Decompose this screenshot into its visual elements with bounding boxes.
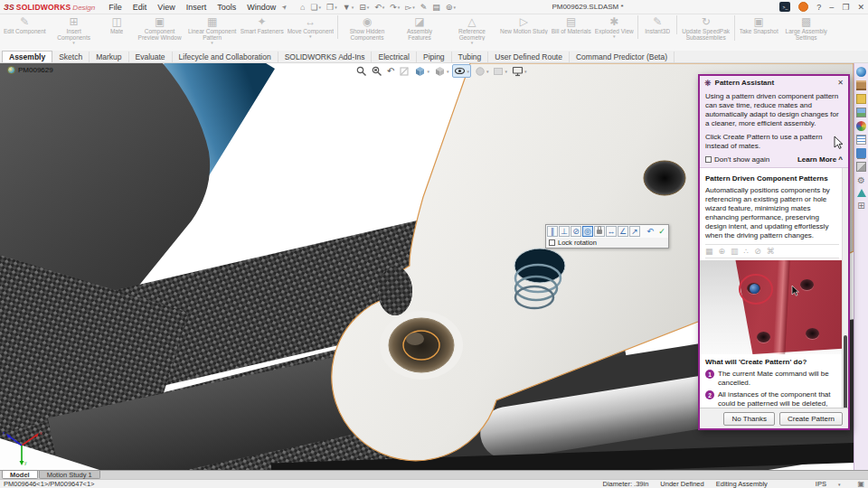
ribbon-button[interactable]: ◉ Show Hidden Components ▾ bbox=[341, 15, 393, 41]
ribbon-tab[interactable]: Markup bbox=[90, 52, 128, 62]
close-icon[interactable]: ✕ bbox=[837, 79, 844, 87]
toolbar-icon[interactable]: ❐ ▾ bbox=[325, 3, 339, 12]
forum-icon[interactable] bbox=[856, 148, 866, 158]
ribbon-button[interactable]: ⊞ Insert Components ▾ bbox=[48, 15, 100, 45]
dont-show-again[interactable]: Don't show again bbox=[705, 155, 769, 164]
solidworks-resources-icon[interactable] bbox=[856, 67, 866, 77]
edit-appearance-icon[interactable]: ▾ bbox=[474, 65, 490, 77]
dont-show-again-checkbox[interactable] bbox=[705, 156, 712, 163]
panel-scrollbar[interactable] bbox=[842, 168, 848, 408]
perpendicular-mate-icon[interactable]: ⊥ bbox=[559, 226, 570, 237]
appearances-scenes-icon[interactable] bbox=[856, 121, 866, 131]
parallel-mate-icon[interactable]: ∥ bbox=[547, 226, 558, 237]
scrollbar-thumb[interactable] bbox=[844, 335, 847, 408]
chevron-down-icon[interactable]: ▾ bbox=[382, 5, 385, 10]
view-palette-icon[interactable] bbox=[856, 108, 866, 117]
accept-mate-icon[interactable]: ✓ bbox=[656, 226, 667, 237]
ribbon-button[interactable]: ↻ Update SpeedPak Subassemblies ▾ bbox=[680, 15, 735, 41]
ribbon-button[interactable]: ▤ Bill of Materials ▾ bbox=[550, 15, 593, 34]
toolbar-icon[interactable]: ▻ ▾ bbox=[403, 3, 416, 12]
chevron-down-icon[interactable]: ▾ bbox=[453, 5, 456, 10]
ribbon-tab[interactable]: Electrical bbox=[372, 52, 416, 62]
chevron-down-icon[interactable]: ▾ bbox=[471, 41, 474, 45]
chevron-down-icon[interactable]: ▾ bbox=[367, 5, 370, 10]
help-icon[interactable]: ? bbox=[816, 3, 821, 12]
learn-more-link[interactable]: Learn More ^ bbox=[797, 155, 843, 164]
chevron-down-icon[interactable]: ▾ bbox=[309, 34, 312, 39]
design-library-icon[interactable] bbox=[856, 80, 866, 90]
ribbon-button[interactable]: ▩ Large Assembly Settings ▾ bbox=[780, 15, 833, 41]
ribbon-button[interactable]: ✎ Instant3D ▾ bbox=[641, 15, 677, 34]
plate-hole[interactable] bbox=[644, 161, 685, 195]
ribbon-button[interactable]: ✎ Edit Component ▾ bbox=[2, 15, 48, 34]
ribbon-tab[interactable]: Assembly bbox=[2, 51, 52, 62]
simulation-flask-icon[interactable] bbox=[857, 189, 866, 197]
washer-part[interactable] bbox=[380, 311, 463, 380]
toolbar-icon[interactable]: ↷ ▾ bbox=[388, 3, 401, 12]
chevron-down-icon[interactable]: ▾ bbox=[398, 5, 401, 10]
bottom-tab[interactable]: Model bbox=[2, 471, 38, 479]
pin-icon[interactable]: ➤ bbox=[280, 3, 289, 12]
minimize-button[interactable]: – bbox=[829, 3, 834, 12]
chevron-down-icon[interactable]: ▾ bbox=[335, 5, 337, 10]
chevron-down-icon[interactable]: ▾ bbox=[838, 482, 841, 487]
feature-tree-root[interactable]: PM009629 bbox=[7, 66, 53, 74]
ribbon-button[interactable]: ▦ Linear Component Pattern ▾ bbox=[186, 15, 239, 45]
chevron-down-icon[interactable]: ▾ bbox=[211, 41, 213, 45]
close-button[interactable]: ✕ bbox=[857, 3, 864, 12]
chevron-down-icon[interactable]: ▾ bbox=[613, 34, 616, 39]
toolbar-icon[interactable]: ⊚ ▾ bbox=[444, 3, 458, 12]
ribbon-tab[interactable]: Sketch bbox=[52, 52, 90, 62]
angle-mate-icon[interactable]: ∠ bbox=[618, 226, 628, 237]
flip-dimension-icon[interactable]: ↗ bbox=[629, 226, 640, 237]
lock-rotation-checkbox[interactable] bbox=[549, 239, 555, 246]
chevron-down-icon[interactable]: ▾ bbox=[412, 5, 415, 10]
toolbar-icon[interactable]: ⌂ ▾ bbox=[298, 3, 307, 12]
distance-mate-icon[interactable]: ↔ bbox=[606, 226, 617, 237]
file-explorer-icon[interactable] bbox=[856, 94, 866, 104]
chevron-down-icon[interactable]: ▾ bbox=[72, 41, 75, 45]
ribbon-button[interactable]: ✱ Exploded View ▾ bbox=[593, 15, 638, 39]
ribbon-button[interactable]: ◪ Assembly Features ▾ bbox=[393, 15, 446, 41]
ribbon-button[interactable]: ✦ Smart Fasteners ▾ bbox=[239, 15, 286, 34]
menu-item[interactable]: Edit bbox=[128, 2, 152, 13]
toolbar-icon[interactable]: ✎ ▾ bbox=[419, 3, 429, 12]
display-style-icon[interactable]: ▾ bbox=[433, 65, 450, 77]
concentric-mate-icon[interactable]: ◎ bbox=[582, 226, 593, 237]
toolbar-icon[interactable]: ❏ ▾ bbox=[309, 3, 324, 12]
ribbon-tab[interactable]: Tubing bbox=[452, 52, 489, 62]
ribbon-tab[interactable]: User Defined Route bbox=[488, 52, 570, 62]
menu-item[interactable]: Window bbox=[242, 2, 280, 13]
tangent-mate-icon[interactable]: ⊘ bbox=[571, 226, 581, 237]
toolbar-icon[interactable]: ⊟ ▾ bbox=[357, 3, 371, 12]
no-thanks-button[interactable]: No Thanks bbox=[723, 412, 775, 426]
ribbon-button[interactable]: ▣ Component Preview Window ▾ bbox=[134, 15, 186, 41]
user-avatar[interactable] bbox=[798, 2, 808, 12]
restore-button[interactable]: ❐ bbox=[842, 3, 849, 12]
previous-view-icon[interactable]: ↶ bbox=[386, 65, 395, 77]
bottom-tab[interactable]: Motion Study 1 bbox=[39, 471, 100, 479]
menu-item[interactable]: Tools bbox=[212, 2, 241, 13]
menu-item[interactable]: View bbox=[153, 2, 179, 13]
zoom-to-fit-icon[interactable] bbox=[355, 65, 368, 77]
undo-icon[interactable]: ↶ bbox=[645, 226, 656, 237]
settings-gear-icon[interactable]: ⚙ bbox=[856, 175, 866, 185]
ribbon-collapse-chevron[interactable]: ^ bbox=[858, 480, 861, 486]
ribbon-tab[interactable]: SOLIDWORKS Add-Ins bbox=[278, 52, 373, 62]
ribbon-button[interactable]: ◫ Mate ▾ bbox=[100, 15, 134, 34]
toolbar-icon[interactable]: ↶ ▾ bbox=[373, 3, 386, 12]
ribbon-tab[interactable]: Evaluate bbox=[129, 52, 173, 62]
3d-content-icon[interactable] bbox=[856, 162, 866, 172]
ribbon-button[interactable]: △ Reference Geometry ▾ bbox=[446, 15, 498, 45]
ribbon-button[interactable]: ↔ Move Component ▾ bbox=[286, 15, 338, 39]
menu-item[interactable]: File bbox=[104, 2, 127, 13]
menu-item[interactable]: Insert bbox=[182, 2, 212, 13]
view-orientation-icon[interactable]: ▾ bbox=[413, 65, 430, 77]
ribbon-tab[interactable]: Command Predictor (Beta) bbox=[570, 52, 675, 62]
chevron-down-icon[interactable]: ▾ bbox=[319, 5, 322, 10]
create-pattern-button[interactable]: Create Pattern bbox=[779, 412, 843, 426]
section-view-icon[interactable] bbox=[398, 65, 410, 77]
ribbon-tab[interactable]: Piping bbox=[417, 52, 452, 62]
custom-properties-icon[interactable] bbox=[856, 135, 866, 145]
ribbon-button[interactable]: ▷ New Motion Study ▾ bbox=[498, 15, 550, 34]
